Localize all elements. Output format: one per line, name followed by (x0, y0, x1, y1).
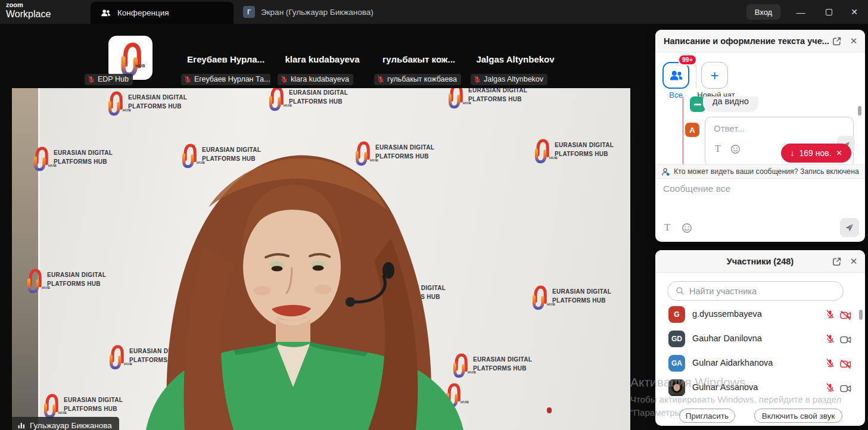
down-arrow-icon: ↓ (790, 148, 794, 158)
tab-screen-share[interactable]: Г Экран (Гульжауар Бикжанова) (237, 0, 374, 24)
new-messages-pill[interactable]: ↓ 169 нов. ✕ (781, 144, 851, 163)
video-tile[interactable]: гульбакыт кож... гульбакыт кожбаева (372, 33, 466, 86)
emoji-icon[interactable] (682, 223, 692, 233)
mic-muted-icon[interactable] (826, 310, 835, 319)
close-chat-icon[interactable]: ✕ (847, 35, 860, 48)
chat-title: Написание и оформление текста уче... (664, 36, 829, 46)
unmute-button[interactable]: Включить свой звук (754, 409, 842, 423)
avatar-glyph (694, 104, 701, 105)
dismiss-icon[interactable]: ✕ (836, 149, 842, 157)
participants-header: Участники (248) ✕ (655, 250, 865, 273)
mic-muted-icon[interactable] (826, 383, 835, 392)
participant-badge-name: klara kudabayeva (291, 75, 349, 83)
zoom-workplace-window: zoom Workplace Конференция Г Экран (Гуль… (0, 0, 868, 430)
reply-avatar: A (685, 123, 699, 137)
video-tile[interactable]: klara kudabayeva klara kudabayeva (275, 33, 369, 86)
edp-hub-logo: HUB (108, 36, 153, 80)
avatar: GD (668, 331, 685, 347)
compose-placeholder: Сообщение все (663, 183, 730, 194)
mic-muted-icon (281, 76, 288, 83)
group-icon (669, 69, 683, 82)
mic-muted-icon[interactable] (826, 359, 835, 367)
format-text-icon[interactable]: T (664, 222, 670, 233)
close-participants-icon[interactable]: ✕ (847, 255, 860, 268)
chat-panel-header: Написание и оформление текста уче... ···… (655, 30, 865, 52)
divider (696, 63, 696, 88)
participant-row[interactable]: GD Gauhar Danilovna (655, 327, 865, 351)
video-filmstrip: HUB EDP Hub Егеубаев Нурла... Егеубаев Н… (0, 33, 631, 86)
participant-display-name: Егеубаев Нурла... (179, 54, 273, 64)
participant-display-name: Jalgas Altynbekov (468, 54, 562, 64)
emoji-icon[interactable] (730, 144, 741, 154)
popout-icon[interactable] (830, 255, 843, 268)
zoom-workplace-logo: zoom Workplace (6, 2, 51, 19)
search-icon (676, 286, 685, 295)
popout-icon[interactable] (830, 35, 843, 48)
participant-row[interactable]: GA Gulnar Aidarkhanova (655, 351, 865, 376)
format-text-icon[interactable]: T (715, 144, 721, 154)
invite-button[interactable]: Пригласить (679, 409, 735, 423)
audio-level-icon (17, 421, 26, 429)
participant-row[interactable]: G g.dyussembayeva (655, 303, 865, 327)
mic-muted-icon (88, 76, 95, 83)
tab-meeting-label: Конференция (117, 8, 169, 17)
search-placeholder: Найти участника (689, 286, 757, 296)
active-speaker-badge: Гульжауар Бикжанова (12, 417, 119, 430)
reply-placeholder: Ответ... (714, 123, 745, 133)
main-speaker-video[interactable]: HUBEURASIAN DIGITALPLATFORMS HUBHUBEURAS… (12, 88, 630, 430)
privacy-icon (661, 167, 670, 176)
avatar: G (668, 306, 685, 323)
brand-zoom: zoom (6, 2, 51, 8)
close-window-button[interactable]: ✕ (841, 0, 868, 24)
privacy-text: Кто может видеть ваши сообщения? Запись … (674, 167, 859, 176)
chat-tab-all[interactable] (662, 62, 689, 89)
more-options-icon[interactable]: ··· (813, 35, 826, 48)
participant-badge: Егеубаев Нурлан Та... (181, 74, 270, 85)
avatar-photo (668, 379, 685, 396)
mic-muted-icon[interactable] (826, 334, 835, 343)
participant-display-name: klara kudabayeva (275, 54, 369, 64)
people-icon (99, 7, 112, 20)
brand-workplace: Workplace (6, 10, 51, 19)
tab-meeting[interactable]: Конференция (91, 2, 234, 24)
maximize-icon (826, 9, 832, 15)
participant-badge-name: Егеубаев Нурлан Та... (194, 75, 270, 83)
participant-badge-name: Jalgas Altynbekov (484, 75, 543, 83)
camera-on-icon[interactable] (840, 335, 851, 344)
new-chat-button[interactable]: + (701, 62, 728, 89)
sign-in-button[interactable]: Вход (746, 4, 780, 20)
participant-badge: EDP Hub (85, 74, 133, 85)
participant-badge-name: EDP Hub (98, 75, 129, 83)
camera-off-icon[interactable] (840, 311, 851, 320)
screen-share-avatar: Г (243, 6, 255, 18)
camera-off-icon[interactable] (840, 360, 851, 369)
edp-logo-hub-label: HUB (135, 64, 145, 68)
participant-badge: klara kudabayeva (278, 74, 353, 85)
video-tile[interactable]: Егеубаев Нурла... Егеубаев Нурлан Та... (179, 33, 273, 86)
send-message-button[interactable] (840, 218, 859, 237)
video-tile[interactable]: Jalgas Altynbekov Jalgas Altynbekov (468, 33, 562, 86)
participant-name: Gauhar Danilovna (692, 334, 762, 343)
participant-name: g.dyussembayeva (692, 309, 762, 319)
title-bar: zoom Workplace Конференция Г Экран (Гуль… (0, 0, 868, 24)
chat-compose-area[interactable]: Сообщение все T (655, 179, 865, 242)
chat-tabs: 99+ Все + Новый чат (655, 52, 865, 99)
video-tile-edp-hub[interactable]: HUB EDP Hub (82, 33, 176, 86)
minimize-button[interactable]: — (787, 0, 814, 24)
active-speaker-name: Гульжауар Бикжанова (30, 421, 112, 430)
chat-tab-all-label: Все (662, 91, 689, 99)
speaker-person (12, 88, 630, 430)
participant-name: Gulnar Aidarkhanova (692, 358, 773, 367)
camera-on-icon[interactable] (840, 384, 851, 393)
maximize-button[interactable] (815, 0, 842, 24)
participants-scrollbar[interactable] (859, 310, 863, 320)
tab-screen-label: Экран (Гульжауар Бикжанова) (261, 8, 374, 17)
participant-badge: Jalgas Altynbekov (471, 74, 547, 85)
participant-row[interactable]: Gulnar Assanova (655, 376, 865, 400)
participant-search-input[interactable]: Найти участника (667, 281, 844, 301)
thread-indicator (682, 96, 684, 164)
chat-scrollbar[interactable] (858, 106, 861, 116)
mic-muted-icon (377, 76, 384, 83)
mic-muted-icon (184, 76, 191, 83)
new-messages-count: 169 нов. (799, 148, 831, 158)
